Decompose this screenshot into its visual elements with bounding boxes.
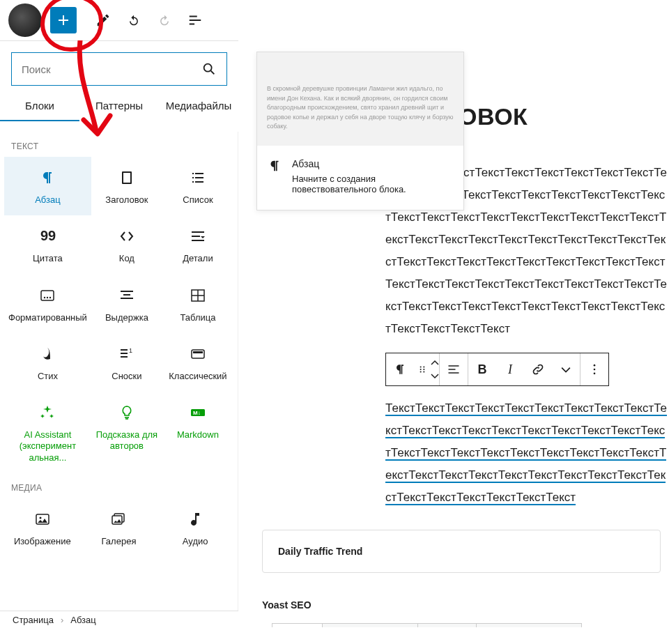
image-icon bbox=[33, 509, 52, 529]
editor-topbar bbox=[0, 0, 669, 40]
svg-rect-13 bbox=[192, 350, 204, 358]
paragraph-block-2[interactable]: ТекстТекстТекстТекстТекстТекстТекстТекст… bbox=[385, 397, 669, 509]
yoast-tab-readability[interactable]: Читабельность bbox=[323, 624, 417, 627]
section-label: МЕДИА bbox=[0, 473, 238, 498]
preformatted-icon bbox=[38, 286, 57, 305]
bold-button[interactable]: B bbox=[468, 353, 496, 385]
chevron-right-icon: › bbox=[61, 615, 63, 625]
block-item-ai[interactable]: AI Assistant (эксперимент альная... bbox=[4, 392, 91, 473]
block-options-button[interactable] bbox=[580, 353, 608, 385]
preview-title: Абзац bbox=[292, 158, 454, 169]
table-icon bbox=[188, 286, 208, 305]
inserter-tabs: Блоки Паттерны Медиафайлы bbox=[0, 91, 238, 121]
block-list-scroll[interactable]: ТЕКСТАбзацЗаголовокСписок99ЦитатаКодДета… bbox=[0, 132, 238, 611]
tab-blocks[interactable]: Блоки bbox=[0, 91, 79, 121]
block-search[interactable] bbox=[11, 52, 227, 86]
add-block-button[interactable] bbox=[50, 7, 77, 33]
yoast-tab-social[interactable]: Социальные сети bbox=[477, 624, 582, 627]
block-item-markdown[interactable]: M↓Markdown bbox=[162, 392, 233, 473]
list-icon bbox=[188, 168, 208, 187]
svg-point-20 bbox=[39, 516, 41, 519]
undo-button[interactable] bbox=[124, 10, 144, 30]
block-item-details[interactable]: Детали bbox=[162, 215, 233, 274]
breadcrumb-root[interactable]: Страница bbox=[13, 615, 54, 625]
code-icon bbox=[117, 227, 137, 246]
yoast-heading: Yoast SEO bbox=[262, 599, 312, 611]
svg-point-30 bbox=[594, 369, 596, 371]
svg-text:1: 1 bbox=[129, 347, 132, 354]
svg-point-29 bbox=[594, 365, 596, 367]
link-button[interactable] bbox=[524, 353, 552, 385]
block-item-label: Сноски bbox=[112, 371, 141, 382]
block-item-code[interactable]: Код bbox=[91, 215, 162, 274]
preview-sample: В скромной деревушке провинции Ламанчи ж… bbox=[257, 52, 463, 146]
traffic-widget[interactable]: Daily Traffic Trend bbox=[262, 530, 661, 573]
block-item-label: Заголовок bbox=[105, 194, 148, 206]
block-item-footnotes[interactable]: 1Сноски bbox=[91, 333, 162, 392]
drag-handle[interactable] bbox=[414, 353, 431, 385]
move-down-button[interactable] bbox=[431, 369, 439, 382]
block-item-label: Аудио bbox=[183, 536, 208, 547]
markdown-icon: M↓ bbox=[188, 403, 208, 422]
yoast-tab-seo[interactable]: SEO bbox=[272, 624, 323, 627]
breadcrumb: Страница › Абзац bbox=[0, 611, 238, 629]
svg-text:M↓: M↓ bbox=[193, 410, 201, 416]
block-item-preformatted[interactable]: Форматированный bbox=[4, 275, 91, 333]
tab-patterns[interactable]: Паттерны bbox=[79, 91, 159, 121]
block-item-paragraph[interactable]: Абзац bbox=[4, 157, 91, 215]
details-icon bbox=[188, 227, 208, 246]
align-button[interactable] bbox=[440, 353, 468, 385]
more-format-button[interactable] bbox=[552, 353, 580, 385]
widget-title: Daily Traffic Trend bbox=[278, 546, 362, 557]
block-item-label: Markdown bbox=[177, 429, 219, 440]
tab-media[interactable]: Медиафайлы bbox=[159, 91, 238, 121]
block-item-table[interactable]: Таблица bbox=[162, 275, 233, 333]
svg-rect-5 bbox=[41, 291, 54, 300]
block-preview-card: В скромной деревушке провинции Ламанчи ж… bbox=[256, 52, 464, 210]
svg-rect-3 bbox=[123, 173, 130, 183]
block-item-label: Цитата bbox=[33, 253, 63, 264]
move-up-button[interactable] bbox=[431, 357, 439, 369]
inserter-panel: Блоки Паттерны Медиафайлы ТЕКСТАбзацЗаго… bbox=[0, 40, 238, 629]
editor-canvas[interactable]: В скромной деревушке провинции Ламанчи ж… bbox=[243, 40, 669, 627]
block-item-label: Подсказка для авторов bbox=[95, 429, 158, 452]
svg-rect-22 bbox=[112, 516, 122, 524]
block-item-label: Форматированный bbox=[8, 312, 87, 323]
block-item-list[interactable]: Список bbox=[162, 157, 233, 215]
italic-button[interactable]: I bbox=[496, 353, 524, 385]
svg-point-23 bbox=[420, 366, 422, 367]
block-item-classic[interactable]: Классический bbox=[162, 333, 233, 392]
site-avatar[interactable] bbox=[8, 3, 42, 37]
block-type-button[interactable] bbox=[386, 353, 414, 385]
block-toolbar: B I bbox=[385, 353, 609, 386]
block-item-pullquote[interactable]: Выдержка bbox=[91, 275, 162, 333]
search-input[interactable] bbox=[22, 63, 201, 75]
edit-mode-icon[interactable] bbox=[93, 10, 113, 30]
block-item-gallery[interactable]: Галерея bbox=[81, 498, 157, 557]
block-item-label: Таблица bbox=[180, 312, 215, 323]
block-item-label: AI Assistant (эксперимент альная... bbox=[8, 429, 87, 463]
redo-button[interactable] bbox=[155, 10, 174, 30]
gallery-icon bbox=[109, 509, 128, 529]
block-item-verse[interactable]: Стих bbox=[4, 333, 91, 392]
page-heading[interactable]: ОВОК bbox=[459, 103, 528, 130]
block-item-heading[interactable]: Заголовок bbox=[91, 157, 162, 215]
yoast-tab-schema[interactable]: Схема bbox=[418, 624, 477, 627]
block-item-label: Классический bbox=[169, 371, 226, 382]
block-item-hint[interactable]: Подсказка для авторов bbox=[91, 392, 162, 473]
pilcrow-icon bbox=[267, 158, 282, 194]
breadcrumb-current[interactable]: Абзац bbox=[70, 615, 95, 625]
svg-text:99: 99 bbox=[40, 228, 56, 243]
svg-point-8 bbox=[49, 296, 51, 298]
ai-icon bbox=[38, 403, 57, 422]
svg-point-31 bbox=[594, 373, 596, 375]
svg-point-24 bbox=[423, 366, 424, 367]
outline-button[interactable] bbox=[185, 10, 205, 30]
block-item-audio[interactable]: Аудио bbox=[157, 498, 233, 557]
block-item-quote[interactable]: 99Цитата bbox=[4, 215, 91, 274]
block-item-image[interactable]: Изображение bbox=[4, 498, 81, 557]
svg-point-25 bbox=[420, 369, 422, 370]
pullquote-icon bbox=[117, 286, 137, 305]
svg-point-26 bbox=[423, 369, 424, 370]
block-item-label: Галерея bbox=[102, 536, 137, 547]
